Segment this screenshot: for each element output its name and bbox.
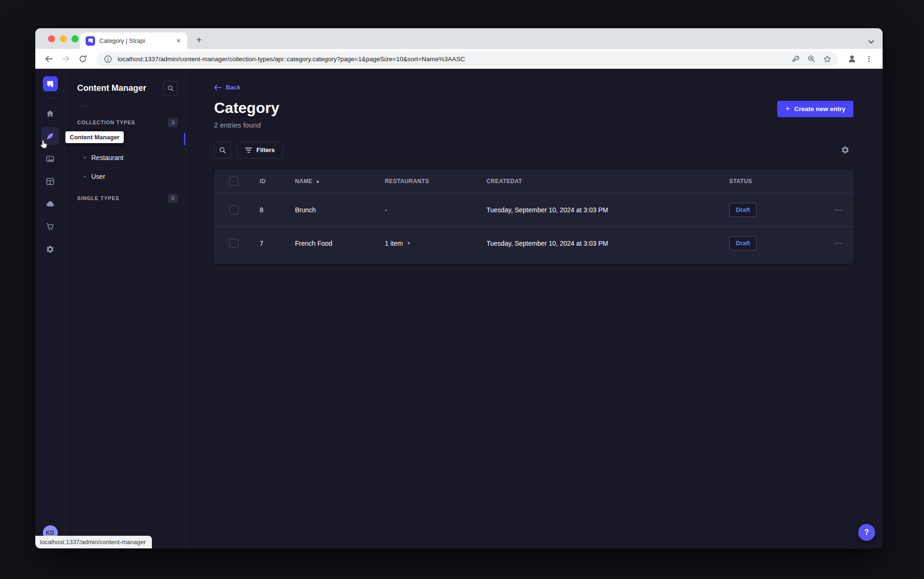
rail-item-content-type-builder[interactable] [41,172,59,190]
back-nav-icon[interactable] [42,52,56,66]
tab-title: Category | Strapi [99,37,170,44]
back-label: Back [226,84,240,91]
row-checkbox[interactable] [229,205,239,215]
help-button[interactable]: ? [858,524,875,541]
panel-item-user[interactable]: User [65,167,185,186]
cell-id: 7 [260,240,295,247]
new-tab-button[interactable]: + [193,34,205,46]
create-button-label: Create new entry [794,105,845,113]
address-bar[interactable]: localhost:1337/admin/content-manager/col… [96,52,838,66]
page-title: Category [214,99,853,117]
panel-item-label: Restaurant [91,154,123,161]
strapi-logo[interactable] [43,76,58,91]
close-window-button[interactable] [48,35,55,42]
zoom-page-icon[interactable] [806,53,817,64]
relation-items-toggle[interactable]: 1 item ▼ [385,240,411,247]
plus-icon: + [785,105,790,113]
filters-label: Filters [256,146,275,153]
reload-icon[interactable] [76,52,90,66]
tab-bar: Category | Strapi × + [35,28,883,49]
back-arrow-icon [214,85,222,90]
row-actions-menu[interactable]: ⋯ [824,238,853,249]
active-indicator [184,133,185,145]
rail-item-deploy-cloud[interactable] [41,195,59,213]
cell-createdat: Tuesday, September 10, 2024 at 3:03 PM [486,206,729,214]
cell-name: French Food [295,240,385,247]
cell-name: Brunch [295,206,385,214]
panel-search-button[interactable] [163,81,178,96]
strapi-admin-page: KD Content Manager COLLECTION TYPES 3 Ca… [35,69,883,548]
search-button[interactable] [214,142,231,159]
filter-icon [245,147,252,153]
column-header-createdat[interactable]: CREATEDAT [486,178,729,185]
table-row[interactable]: 7 French Food 1 item ▼ Tuesday, Septembe… [214,226,853,260]
select-all-checkbox[interactable] [229,177,239,186]
view-settings-button[interactable] [836,142,853,159]
bullet-icon [84,157,86,159]
row-actions-menu[interactable]: ⋯ [824,205,853,215]
cell-createdat: Tuesday, September 10, 2024 at 3:03 PM [486,240,729,247]
create-new-entry-button[interactable]: + Create new entry [777,101,853,117]
status-link-preview: localhost:1337/admin/content-manager [35,536,152,548]
rail-tooltip: Content Manager [65,131,124,143]
filters-button[interactable]: Filters [237,142,283,159]
column-header-status[interactable]: STATUS [729,178,824,185]
status-badge: Draft [729,203,757,217]
forward-nav-icon[interactable] [59,52,73,66]
browser-toolbar: localhost:1337/admin/content-manager/col… [35,49,883,69]
entries-count: 2 entries found [214,121,853,129]
section-count-badge: 3 [168,118,178,127]
mouse-cursor-hand [40,139,49,150]
cell-restaurants: - [385,206,486,214]
browser-menu-icon[interactable] [862,52,876,66]
traffic-lights [48,35,79,42]
back-link[interactable]: Back [214,84,240,91]
table-header-row: ID NAME▲ RESTAURANTS CREATEDAT STATUS [214,169,853,193]
rail-item-home[interactable] [41,105,59,122]
panel-item-restaurant[interactable]: Restaurant [65,148,185,167]
column-header-restaurants[interactable]: RESTAURANTS [385,178,486,185]
panel-divider [77,106,88,106]
section-single-types: SINGLE TYPES 0 [77,193,178,204]
entries-table: ID NAME▲ RESTAURANTS CREATEDAT STATUS 8 … [214,169,853,264]
status-badge: Draft [729,236,757,250]
tab-search-chevron-icon[interactable] [868,40,874,44]
rail-item-marketplace[interactable] [41,217,59,235]
password-key-icon[interactable] [790,53,802,64]
sort-asc-icon: ▲ [316,179,320,184]
close-tab-icon[interactable]: × [175,36,183,46]
nav-rail: KD [35,69,65,548]
section-label: COLLECTION TYPES [77,120,135,125]
table-row[interactable]: 8 Brunch - Tuesday, September 10, 2024 a… [214,193,853,226]
chevron-down-icon: ▼ [406,241,411,246]
list-toolbar: Filters [214,142,853,159]
column-header-name[interactable]: NAME▲ [295,178,385,185]
strapi-favicon-icon [86,36,95,46]
main-content: Back Category 2 entries found + Create n… [186,69,883,548]
rail-divider [44,98,57,98]
panel-title: Content Manager [77,83,146,93]
site-info-icon[interactable] [102,53,113,64]
rail-item-media-library[interactable] [41,150,59,168]
browser-tab[interactable]: Category | Strapi × [80,32,187,49]
section-count-badge: 0 [168,194,178,203]
section-collection-types: COLLECTION TYPES 3 [77,117,178,128]
bullet-icon [84,176,86,177]
rail-item-content-manager[interactable] [41,127,59,145]
cell-id: 8 [260,206,295,214]
url-text: localhost:1337/admin/content-manager/col… [118,56,786,63]
rail-item-settings[interactable] [41,240,59,258]
section-label: SINGLE TYPES [77,195,119,201]
browser-window: Category | Strapi × + localhost:1337/adm… [35,28,883,548]
bookmark-star-icon[interactable] [821,53,833,64]
profile-avatar-icon[interactable] [845,52,859,66]
relation-count: 1 item [385,240,403,247]
minimize-window-button[interactable] [60,35,67,42]
panel-item-label: User [91,173,105,180]
column-header-id[interactable]: ID [260,178,295,185]
maximize-window-button[interactable] [72,35,79,42]
row-checkbox[interactable] [229,239,239,248]
